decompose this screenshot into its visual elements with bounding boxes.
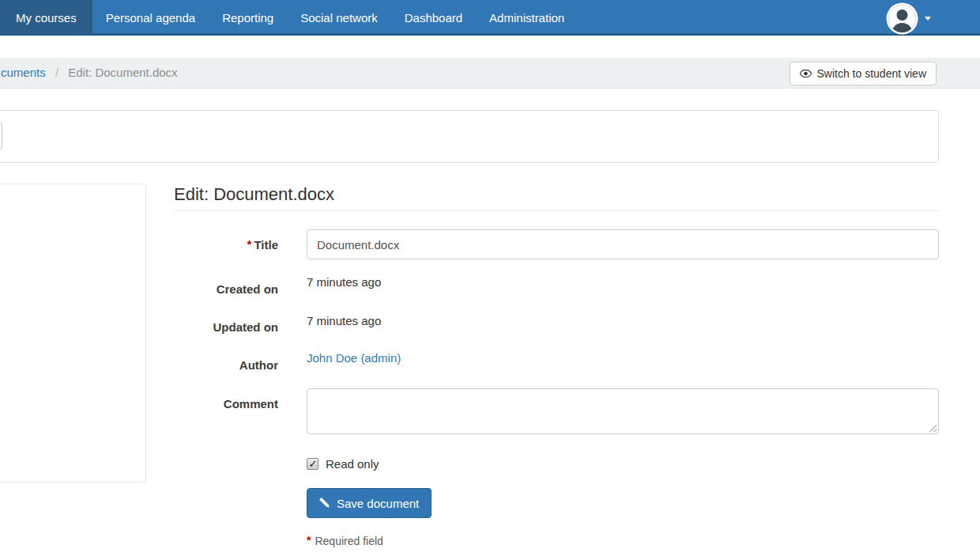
required-asterisk: *	[307, 534, 311, 547]
breadcrumb-bar: cuments / Edit: Document.docx Switch to …	[0, 58, 980, 89]
read-only-checkbox[interactable]	[307, 458, 318, 470]
pencil-icon	[319, 498, 330, 509]
nav-item-dashboard[interactable]: Dashboard	[391, 0, 476, 33]
comment-label: Comment	[174, 397, 278, 411]
title-label-text: Title	[254, 238, 278, 252]
eye-icon	[800, 69, 812, 78]
switch-to-student-view-button[interactable]: Switch to student view	[790, 62, 937, 85]
created-on-value: 7 minutes ago	[307, 275, 381, 289]
top-navbar: My courses Personal agenda Reporting Soc…	[0, 0, 980, 36]
switch-to-student-view-label: Switch to student view	[816, 67, 926, 80]
sidebar-panel	[0, 184, 146, 482]
breadcrumb-current-page: Edit: Document.docx	[68, 66, 177, 79]
nav-item-reporting[interactable]: Reporting	[209, 0, 287, 33]
author-label: Author	[174, 358, 278, 372]
title-input[interactable]	[307, 229, 939, 259]
save-document-label: Save document	[337, 497, 419, 510]
updated-on-value: 7 minutes ago	[307, 314, 381, 327]
title-field-label: *Title	[174, 238, 278, 252]
required-field-note: *Required field	[307, 535, 939, 547]
comment-textarea[interactable]	[307, 388, 939, 434]
nav-item-administration[interactable]: Administration	[476, 0, 578, 33]
user-menu-dropdown[interactable]	[886, 2, 931, 35]
caret-down-icon	[925, 17, 931, 21]
nav-item-my-courses[interactable]: My courses	[0, 0, 92, 33]
breadcrumb: cuments / Edit: Document.docx	[1, 58, 178, 88]
document-toolbar-panel	[0, 110, 939, 163]
breadcrumb-separator: /	[55, 66, 58, 79]
author-link[interactable]: John Doe (admin)	[307, 351, 401, 365]
required-asterisk: *	[247, 237, 252, 251]
edit-document-form: Edit: Document.docx *Title Created on 7 …	[174, 184, 939, 560]
updated-on-label: Updated on	[174, 320, 278, 334]
read-only-label[interactable]: Read only	[326, 457, 379, 471]
required-field-text: Required field	[315, 535, 383, 547]
toolbar-button-cutoff[interactable]	[0, 122, 2, 150]
user-avatar-icon	[886, 2, 918, 35]
nav-item-social-network[interactable]: Social network	[287, 0, 391, 33]
created-on-label: Created on	[174, 282, 278, 296]
nav-item-personal-agenda[interactable]: Personal agenda	[92, 0, 209, 33]
save-document-button[interactable]: Save document	[307, 488, 432, 518]
page-title: Edit: Document.docx	[174, 184, 939, 211]
breadcrumb-link-documents[interactable]: cuments	[1, 66, 46, 79]
